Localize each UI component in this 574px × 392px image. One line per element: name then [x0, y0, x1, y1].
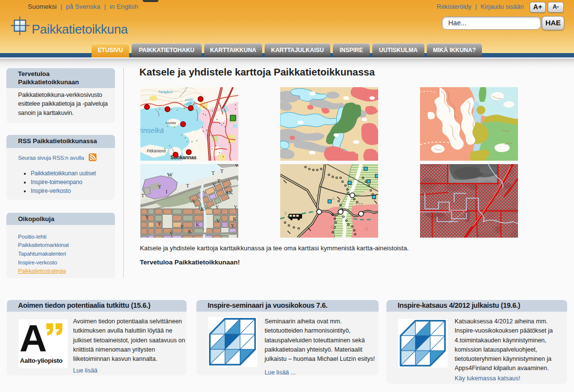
svg-text:TTP: TTP [355, 202, 364, 207]
svg-text:Y: Y [234, 205, 237, 210]
svg-text:Y: Y [158, 221, 161, 226]
svg-text:T: T [220, 168, 224, 174]
svg-text:Y: Y [158, 184, 161, 189]
svg-text:W: W [167, 171, 173, 178]
svg-text:V: V [216, 218, 220, 224]
svg-text:A: A [332, 196, 335, 201]
svg-text:Y: Y [180, 224, 184, 229]
svg-text:Aalto-yliopisto: Aalto-yliopisto [20, 357, 63, 364]
svg-text:Tarkjärvi: Tarkjärvi [158, 90, 172, 94]
svg-text:Y: Y [231, 223, 234, 228]
svg-text:O: O [331, 224, 334, 229]
svg-text:Y: Y [215, 205, 219, 210]
svg-text:V: V [212, 182, 216, 187]
svg-text:V: V [192, 199, 196, 204]
svg-text:K: K [196, 222, 200, 227]
svg-text:C: C [365, 226, 368, 231]
svg-text:W: W [235, 164, 238, 168]
svg-text:K: K [188, 229, 192, 234]
svg-text:Huhtis: Huhtis [166, 121, 176, 125]
svg-text:V: V [170, 231, 173, 236]
svg-text:rinselkä: rinselkä [140, 127, 164, 134]
svg-text:K: K [233, 216, 237, 222]
svg-text:K: K [201, 206, 205, 212]
svg-text:T: T [211, 170, 215, 176]
svg-text:A: A [316, 192, 319, 197]
svg-text:T: T [186, 183, 189, 188]
svg-text:Pitkäniemi: Pitkäniemi [147, 149, 166, 153]
svg-text:I: I [166, 189, 167, 194]
svg-text:Y: Y [145, 214, 149, 220]
svg-text:A: A [19, 319, 47, 360]
svg-text:S: S [284, 211, 287, 216]
svg-text:T: T [217, 178, 220, 184]
svg-text:AK: AK [225, 189, 233, 195]
svg-text:T: T [141, 193, 144, 198]
